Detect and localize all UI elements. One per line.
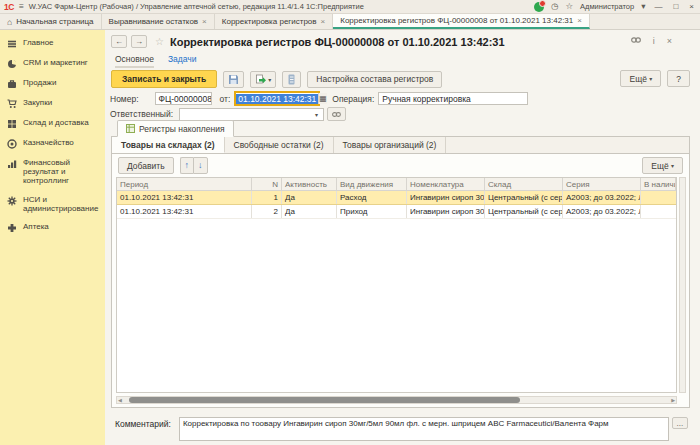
sidebar-item-label: Главное xyxy=(23,38,54,47)
column-header-warehouse[interactable]: Склад xyxy=(485,178,563,190)
cell-warehouse: Центральный (с сери... xyxy=(485,191,563,204)
sidebar-item-treasury[interactable]: Казначейство xyxy=(6,138,105,149)
save-icon-button[interactable] xyxy=(223,71,244,88)
sidebar-item-crm[interactable]: CRM и маркетинг xyxy=(6,58,105,69)
number-field[interactable]: ФЦ-00000008 xyxy=(155,92,212,105)
window-title: W.УАС Фарм-Центр (Рабочая) / Управление … xyxy=(29,2,364,11)
home-icon: ⌂ xyxy=(7,17,12,27)
column-header-n[interactable]: N xyxy=(252,178,282,190)
sidebar-item-pharmacy[interactable]: Аптека xyxy=(6,222,105,233)
create-based-on-button[interactable]: ▾ xyxy=(250,71,276,88)
subtab-free-stock[interactable]: Свободные остатки (2) xyxy=(225,137,334,153)
nav-link-main[interactable]: Основное xyxy=(115,54,154,68)
vertical-scrollbar[interactable] xyxy=(679,177,686,393)
back-button[interactable]: ← xyxy=(111,35,127,48)
tab-close-icon[interactable]: × xyxy=(321,17,326,26)
current-user[interactable]: Администратор xyxy=(580,2,634,11)
register-icon xyxy=(126,124,135,133)
sidebar-item-finance[interactable]: Финансовый результат и контроллинг xyxy=(6,158,105,186)
chevron-down-icon[interactable]: ▾ xyxy=(313,111,320,118)
column-header-period[interactable]: Период xyxy=(117,178,252,190)
briefcase-icon xyxy=(6,78,17,89)
cell-nomenclature: Ингавирин сироп 30м... xyxy=(407,191,485,204)
history-icon[interactable]: ◷ xyxy=(551,2,558,11)
main-menu-icon[interactable]: ≡ xyxy=(19,2,24,11)
pharmacy-cross-icon xyxy=(6,222,17,233)
tab-vyravnivanie-ostatkov[interactable]: Выравнивание остатков × xyxy=(102,14,215,29)
grid-icon xyxy=(6,118,17,129)
comment-expand-button[interactable]: ... xyxy=(672,417,688,429)
cell-movement: Приход xyxy=(337,205,407,218)
operation-field[interactable]: Ручная корректировка xyxy=(378,92,528,105)
more-button[interactable]: Ещё ▾ xyxy=(620,70,661,87)
tab-close-icon[interactable]: × xyxy=(202,17,207,26)
subtab-goods-of-organizations[interactable]: Товары организаций (2) xyxy=(334,137,447,153)
sidebar-item-label: Закупки xyxy=(23,98,52,107)
favorites-icon[interactable]: ☆ xyxy=(565,2,573,11)
close-button[interactable]: × xyxy=(687,2,696,11)
table-more-button[interactable]: Ещё ▾ xyxy=(642,157,683,174)
sidebar-item-label: Продажи xyxy=(23,78,56,87)
cell-series: А2003; до 03.2022; Л... xyxy=(563,205,641,218)
tab-korrektirovka-registrov[interactable]: Корректировка регистров × xyxy=(215,14,333,29)
help-button[interactable]: ? xyxy=(667,70,690,87)
maximize-button[interactable]: □ xyxy=(671,2,680,11)
sidebar-item-sales[interactable]: Продажи xyxy=(6,78,105,89)
cell-warehouse: Центральный (с сери... xyxy=(485,205,563,218)
subtab-goods-on-warehouses[interactable]: Товары на складах (2) xyxy=(112,137,225,153)
column-header-in-stock[interactable]: В наличии xyxy=(641,178,676,190)
registers-group-tab[interactable]: Регистры накопления xyxy=(117,120,234,137)
move-up-button[interactable]: ↑ xyxy=(180,157,194,174)
cell-activity: Да xyxy=(282,205,337,218)
chevron-down-icon: ▾ xyxy=(268,76,271,83)
scroll-right-icon[interactable]: ▶ xyxy=(670,397,676,403)
sections-sidebar: Главное CRM и маркетинг Продажи Закупки … xyxy=(0,30,105,445)
chevron-down-icon: ▾ xyxy=(671,162,674,169)
bar-chart-icon xyxy=(6,158,17,169)
add-row-button[interactable]: Добавить xyxy=(118,157,174,174)
column-header-series[interactable]: Серия xyxy=(563,178,641,190)
tab-close-icon[interactable]: × xyxy=(577,16,582,25)
register-subtabs: Товары на складах (2) Свободные остатки … xyxy=(112,137,689,154)
table-row[interactable]: 01.10.2021 13:42:31 1 Да Расход Ингавири… xyxy=(117,191,676,205)
tab-home[interactable]: ⌂ Начальная страница xyxy=(0,14,102,29)
registers-setup-button[interactable]: Настройка состава регистров xyxy=(307,71,442,88)
user-menu-icon[interactable]: ▾ xyxy=(641,2,645,11)
scroll-left-icon[interactable]: ◀ xyxy=(117,397,123,403)
calendar-icon[interactable]: ▦ xyxy=(318,93,327,104)
movements-table: Период N Активность Вид движения Номенкл… xyxy=(116,177,677,393)
sidebar-item-label: НСИ и администрирование xyxy=(23,195,105,213)
document-movements-button[interactable] xyxy=(282,71,301,88)
horizontal-scrollbar[interactable]: ◀ ▶ xyxy=(116,396,677,404)
scrollbar-thumb[interactable] xyxy=(129,397,520,403)
window-titlebar: 1С ≡ W.УАС Фарм-Центр (Рабочая) / Управл… xyxy=(0,0,700,14)
tab-label: Начальная страница xyxy=(16,17,93,26)
sidebar-item-purchases[interactable]: Закупки xyxy=(6,98,105,109)
forward-button[interactable]: → xyxy=(131,35,147,48)
open-link-icon[interactable] xyxy=(327,107,346,121)
sidebar-item-admin[interactable]: НСИ и администрирование xyxy=(6,195,105,213)
move-down-button[interactable]: ↓ xyxy=(193,157,208,174)
date-field[interactable]: 01.10.2021 13:42:31 ▦ xyxy=(234,91,320,106)
info-icon[interactable]: i xyxy=(653,37,655,46)
form-close-icon[interactable]: × xyxy=(667,37,672,46)
sidebar-item-warehouse[interactable]: Склад и доставка xyxy=(6,118,105,129)
column-header-activity[interactable]: Активность xyxy=(282,178,337,190)
tab-korrektirovka-document[interactable]: Корректировка регистров ФЦ-00000008 от 0… xyxy=(333,14,590,29)
notifications-icon[interactable] xyxy=(534,2,544,12)
comment-field[interactable]: Корректировка по тоовару Ингавирин сироп… xyxy=(179,417,669,441)
get-link-icon[interactable] xyxy=(631,36,641,46)
responsible-field[interactable]: ▾ xyxy=(179,108,324,121)
minimize-button[interactable]: — xyxy=(652,2,664,11)
save-and-close-button[interactable]: Записать и закрыть xyxy=(111,70,217,88)
cell-in-stock xyxy=(641,205,676,218)
nav-link-tasks[interactable]: Задачи xyxy=(168,54,197,68)
document-form: ← → ☆ Корректировка регистров ФЦ-0000000… xyxy=(105,30,700,445)
sidebar-item-main[interactable]: Главное xyxy=(6,38,105,49)
cart-icon xyxy=(6,98,17,109)
column-header-nomenclature[interactable]: Номенклатура xyxy=(407,178,485,190)
date-value: 01.10.2021 13:42:31 xyxy=(236,94,318,104)
column-header-movement[interactable]: Вид движения xyxy=(337,178,407,190)
favorite-star-icon[interactable]: ☆ xyxy=(155,36,164,47)
table-row[interactable]: 01.10.2021 13:42:31 2 Да Приход Ингавири… xyxy=(117,205,676,219)
